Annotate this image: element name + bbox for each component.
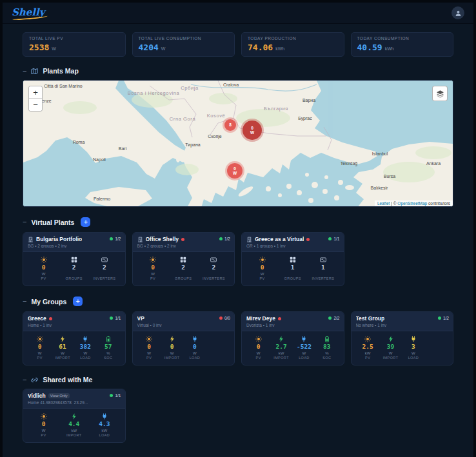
bolt-icon bbox=[388, 336, 394, 342]
stat-label: PV bbox=[150, 277, 155, 281]
stat-import: 0 W IMPORT bbox=[161, 336, 183, 360]
stat-unit: kW bbox=[102, 429, 108, 433]
dashboard-content: TOTAL LIVE PV 2538 W TOTAL LIVE CONSUMPT… bbox=[23, 24, 453, 453]
stat-groups: 2 GROUPS bbox=[59, 257, 89, 280]
stat-label: GROUPS bbox=[175, 277, 192, 281]
offline-dot bbox=[219, 316, 223, 320]
bolt-icon bbox=[278, 336, 284, 342]
groups-icon bbox=[71, 257, 77, 263]
stat-groups: 1 GROUPS bbox=[277, 257, 308, 280]
stat-value: 0 bbox=[42, 264, 46, 271]
stat-value: 57 bbox=[104, 344, 112, 350]
add-virtual-plant-button[interactable]: + bbox=[81, 217, 90, 227]
stat-pv: 0 W PV bbox=[28, 413, 59, 437]
stat-inverters: 2 INVERTERS bbox=[89, 257, 119, 280]
virtual-plants-grid: Bulgaria Portfolio BG • 2 groups • 2 inv… bbox=[23, 232, 453, 286]
group-name: Test Group bbox=[356, 315, 385, 322]
stat-value: 382 bbox=[80, 344, 91, 350]
status-badge: 1/1 bbox=[110, 393, 121, 398]
map-canvas[interactable]: Città di San MarinoFirenzeRomaNapoliBari… bbox=[23, 81, 453, 206]
stat-unit: kW bbox=[365, 351, 371, 355]
status-badge: 1/2 bbox=[110, 237, 121, 241]
stat-value: 0 bbox=[170, 344, 174, 350]
stat-unit: W bbox=[42, 429, 46, 433]
map-label: Bursa bbox=[384, 174, 395, 179]
map-label: Istanbul bbox=[372, 151, 388, 156]
map-label: Kosovë bbox=[207, 113, 226, 119]
stat-label: LOAD bbox=[80, 356, 91, 360]
collapse-toggle[interactable]: − bbox=[23, 219, 26, 226]
svg-text:W: W bbox=[250, 130, 255, 135]
osm-link[interactable]: OpenStreetMap bbox=[397, 201, 427, 206]
stat-value: 0 bbox=[261, 264, 264, 271]
stat-label: GROUPS bbox=[66, 277, 83, 281]
group-name: Mirev Deye bbox=[246, 315, 275, 322]
zoom-out-button[interactable]: − bbox=[29, 99, 42, 111]
stat-today-production: TODAY PRODUCTION 74.06 kWh bbox=[241, 32, 344, 57]
stat-total-live-consumption: TOTAL LIVE CONSUMPTION 4204 W bbox=[132, 32, 235, 57]
virtual-plant-card-office-shelly[interactable]: Office Shelly BG • 2 groups • 2 inv 1/2 … bbox=[132, 232, 235, 286]
shared-card-vidlich[interactable]: Vidlich View Only Home 41.98029843578_23… bbox=[23, 389, 126, 443]
map-layers-button[interactable] bbox=[432, 86, 448, 101]
plant-subtitle: GR • 1 groups • 1 inv bbox=[246, 244, 339, 248]
stat-label: SOC bbox=[104, 356, 112, 360]
stat-value: 0 bbox=[38, 344, 42, 350]
person-icon bbox=[455, 10, 462, 17]
section-title: Shared with Me bbox=[43, 376, 92, 384]
group-card-greece[interactable]: Greece Home • 1 inv 1/1 0 W PV bbox=[23, 311, 126, 365]
stat-label: IMPORT bbox=[55, 356, 70, 360]
badge-count: 2/2 bbox=[333, 316, 339, 320]
map-label: Тирана bbox=[185, 142, 201, 148]
svg-text:8: 8 bbox=[229, 122, 232, 127]
stat-value: 74.06 bbox=[248, 43, 273, 52]
user-avatar-button[interactable] bbox=[451, 6, 464, 19]
stat-unit: W bbox=[84, 351, 88, 355]
add-group-button[interactable]: + bbox=[73, 297, 83, 306]
stat-unit: W bbox=[257, 351, 261, 355]
stat-label: SOC bbox=[322, 356, 331, 360]
map-cluster-marker[interactable]: 8 bbox=[223, 117, 238, 133]
group-card-mirev-deye[interactable]: Mirev Deye Dvorista • 1 inv 2/2 0 W PV bbox=[241, 311, 344, 365]
collapse-toggle[interactable]: − bbox=[23, 376, 26, 384]
stat-label: PV bbox=[260, 277, 265, 281]
layers-icon bbox=[436, 90, 444, 98]
stat-import: 61 W IMPORT bbox=[51, 336, 74, 360]
virtual-plant-card-bulgaria-portfolio[interactable]: Bulgaria Portfolio BG • 2 groups • 2 inv… bbox=[23, 232, 126, 286]
bolt-icon bbox=[59, 336, 66, 342]
plant-subtitle: Home 41.98029843578_23.29... bbox=[28, 400, 121, 405]
stat-load: 3 W LOAD bbox=[402, 336, 424, 360]
zoom-in-button[interactable]: + bbox=[29, 86, 42, 99]
collapse-toggle[interactable]: − bbox=[23, 68, 26, 75]
shelly-logo[interactable]: Shelly bbox=[12, 6, 45, 19]
group-card-test-group[interactable]: Test Group No where • 1 inv 1/2 2.5 kW P… bbox=[351, 311, 454, 365]
stat-pv: 2.5 kW PV bbox=[357, 336, 379, 360]
map-cluster-marker[interactable]: 0W bbox=[225, 161, 244, 180]
online-dot bbox=[110, 394, 113, 397]
stat-value: 2 bbox=[103, 264, 106, 271]
stat-label: PV bbox=[41, 277, 46, 281]
stat-value: 1 bbox=[291, 264, 295, 271]
link-icon bbox=[31, 376, 38, 384]
stat-value: 2538 bbox=[29, 43, 49, 52]
virtual-plant-card-greece-virtual[interactable]: Greece as a Virtual GR • 1 groups • 1 in… bbox=[241, 232, 344, 286]
group-card-vp[interactable]: VP Virtual • 0 inv 0/0 0 W PV 0 bbox=[132, 311, 235, 365]
group-subtitle: Virtual • 0 inv bbox=[137, 323, 230, 327]
inverter-icon bbox=[101, 257, 108, 263]
map-cluster-marker[interactable]: 0W bbox=[241, 119, 264, 142]
map-label: Bosna i Hercegovina bbox=[128, 90, 180, 96]
leaflet-link[interactable]: Leaflet bbox=[377, 201, 390, 206]
plant-name: Vidlich bbox=[28, 393, 46, 399]
collapse-toggle[interactable]: − bbox=[23, 298, 26, 305]
group-subtitle: Home • 1 inv bbox=[28, 323, 121, 327]
inverter-icon bbox=[320, 257, 326, 263]
map-label: Скопје bbox=[208, 134, 221, 139]
stat-value: 2 bbox=[212, 264, 216, 271]
stat-unit: W bbox=[38, 351, 42, 355]
plants-map[interactable]: Città di San MarinoFirenzeRomaNapoliBari… bbox=[23, 80, 453, 207]
stat-label: TODAY CONSUMPTION bbox=[357, 36, 448, 41]
map-label: Palermo bbox=[94, 197, 110, 201]
stat-unit: W bbox=[261, 272, 264, 276]
stat-today-consumption: TODAY CONSUMPTION 40.59 kWh bbox=[351, 32, 454, 57]
stat-pv: 0 W PV bbox=[247, 336, 270, 360]
plant-name: Bulgaria Portfolio bbox=[36, 236, 82, 242]
